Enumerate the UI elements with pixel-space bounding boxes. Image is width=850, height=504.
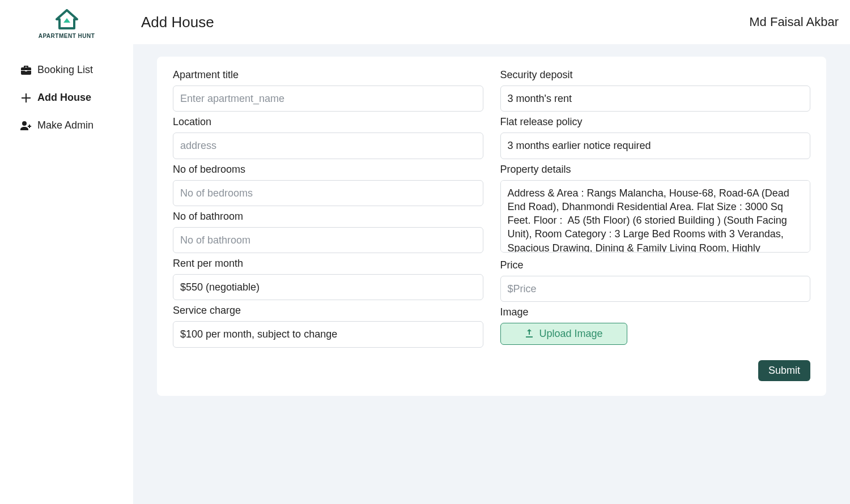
upload-image-label: Upload Image — [539, 328, 603, 340]
form-card: Apartment title Location No of bedrooms — [157, 57, 826, 396]
user-plus-icon — [20, 120, 32, 131]
apartment-title-label: Apartment title — [173, 69, 483, 81]
security-deposit-input[interactable] — [500, 86, 811, 112]
rent-input[interactable] — [173, 274, 483, 300]
price-label: Price — [500, 259, 811, 271]
topbar: Add House Md Faisal Akbar — [133, 0, 850, 44]
flat-release-policy-label: Flat release policy — [500, 116, 811, 128]
upload-image-button[interactable]: Upload Image — [500, 323, 627, 345]
svg-marker-1 — [63, 18, 70, 23]
sidebar: APARTMENT HUNT Booking List Add House Ma… — [0, 0, 133, 504]
sidebar-item-booking-list[interactable]: Booking List — [20, 56, 133, 84]
page-title: Add House — [141, 14, 214, 31]
image-label: Image — [500, 306, 811, 318]
sidebar-nav: Booking List Add House Make Admin — [0, 56, 133, 139]
form-column-left: Apartment title Location No of bedrooms — [173, 69, 483, 352]
sidebar-item-label: Make Admin — [37, 119, 94, 131]
user-name[interactable]: Md Faisal Akbar — [749, 15, 839, 29]
security-deposit-label: Security deposit — [500, 69, 811, 81]
sidebar-item-label: Add House — [37, 92, 91, 104]
logo[interactable]: APARTMENT HUNT — [0, 7, 133, 56]
house-logo-icon — [54, 22, 80, 31]
content: Apartment title Location No of bedrooms — [133, 44, 850, 504]
service-charge-label: Service charge — [173, 305, 483, 317]
bedrooms-label: No of bedrooms — [173, 164, 483, 176]
location-label: Location — [173, 116, 483, 128]
flat-release-policy-input[interactable] — [500, 133, 811, 159]
toolbox-icon — [20, 65, 32, 76]
apartment-title-input[interactable] — [173, 86, 483, 112]
upload-icon — [525, 329, 534, 338]
price-input[interactable] — [500, 276, 811, 302]
rent-label: Rent per month — [173, 258, 483, 270]
plus-icon — [20, 92, 32, 104]
service-charge-input[interactable] — [173, 321, 483, 347]
property-details-label: Property details — [500, 164, 811, 176]
location-input[interactable] — [173, 133, 483, 159]
form-column-right: Security deposit Flat release policy Pro… — [500, 69, 811, 352]
bathroom-label: No of bathroom — [173, 211, 483, 223]
sidebar-item-make-admin[interactable]: Make Admin — [20, 112, 133, 139]
sidebar-item-label: Booking List — [37, 64, 93, 76]
bedrooms-input[interactable] — [173, 180, 483, 206]
submit-button[interactable]: Submit — [758, 360, 810, 381]
brand-name: APARTMENT HUNT — [0, 33, 133, 39]
main: Add House Md Faisal Akbar Apartment titl… — [133, 0, 850, 504]
bathroom-input[interactable] — [173, 227, 483, 253]
property-details-textarea[interactable] — [500, 180, 811, 253]
sidebar-item-add-house[interactable]: Add House — [20, 84, 133, 112]
